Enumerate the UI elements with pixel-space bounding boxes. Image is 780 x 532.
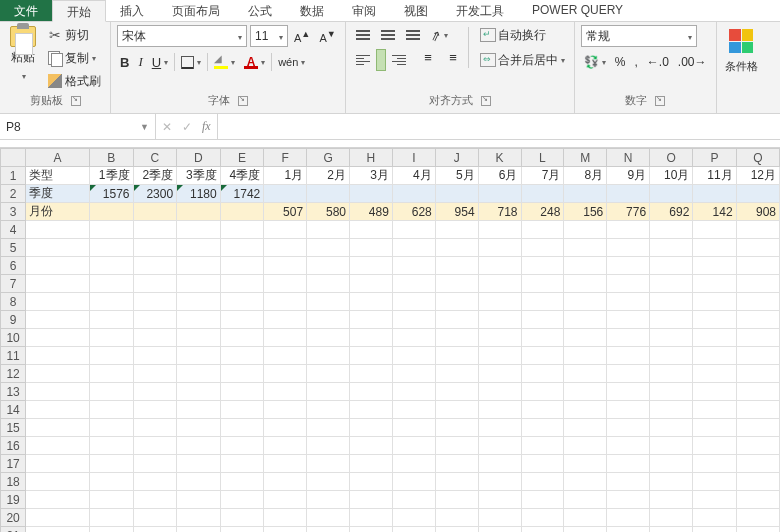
cell[interactable]: 908 <box>736 203 779 221</box>
cell[interactable] <box>736 365 779 383</box>
row-header[interactable]: 2 <box>1 185 26 203</box>
cell[interactable] <box>564 221 607 239</box>
cell[interactable] <box>693 221 736 239</box>
cell[interactable] <box>220 509 264 527</box>
cell[interactable] <box>736 275 779 293</box>
cell[interactable] <box>350 401 393 419</box>
cell[interactable] <box>133 329 177 347</box>
column-header[interactable]: J <box>435 149 478 167</box>
column-header[interactable]: K <box>478 149 521 167</box>
column-header[interactable]: F <box>264 149 307 167</box>
cell[interactable] <box>307 401 350 419</box>
cell[interactable] <box>650 509 693 527</box>
cell[interactable] <box>736 185 779 203</box>
cell[interactable] <box>133 239 177 257</box>
cell[interactable] <box>350 185 393 203</box>
cell[interactable] <box>220 293 264 311</box>
cell[interactable]: 156 <box>564 203 607 221</box>
cell[interactable] <box>177 401 221 419</box>
cell[interactable] <box>26 419 90 437</box>
cell[interactable] <box>220 239 264 257</box>
cell[interactable] <box>350 455 393 473</box>
cell[interactable] <box>435 329 478 347</box>
cell[interactable] <box>264 257 307 275</box>
tab-page-layout[interactable]: 页面布局 <box>158 0 234 21</box>
cell[interactable] <box>435 383 478 401</box>
cell[interactable] <box>521 437 564 455</box>
cell[interactable] <box>220 491 264 509</box>
cell[interactable] <box>650 419 693 437</box>
cell[interactable] <box>693 509 736 527</box>
row-header[interactable]: 14 <box>1 401 26 419</box>
cell[interactable] <box>264 311 307 329</box>
cell[interactable]: 507 <box>264 203 307 221</box>
column-header[interactable]: I <box>392 149 435 167</box>
cell[interactable] <box>177 473 221 491</box>
cell[interactable] <box>693 401 736 419</box>
row-header[interactable]: 9 <box>1 311 26 329</box>
cell[interactable]: 776 <box>607 203 650 221</box>
cell[interactable] <box>736 455 779 473</box>
cell[interactable] <box>435 509 478 527</box>
merge-center-button[interactable]: 合并后居中 <box>477 50 568 70</box>
row-header[interactable]: 10 <box>1 329 26 347</box>
increase-font-button[interactable]: A▲ <box>291 26 313 46</box>
cell[interactable] <box>478 221 521 239</box>
cell[interactable] <box>650 401 693 419</box>
cell[interactable] <box>564 455 607 473</box>
cell[interactable] <box>220 365 264 383</box>
cell[interactable] <box>392 275 435 293</box>
cell[interactable] <box>564 275 607 293</box>
insert-function-button[interactable]: fx <box>202 119 211 134</box>
font-dialog-launcher[interactable] <box>238 96 248 106</box>
cell[interactable] <box>89 275 133 293</box>
clipboard-dialog-launcher[interactable] <box>71 96 81 106</box>
cell[interactable] <box>607 221 650 239</box>
increase-indent-button[interactable] <box>438 50 460 70</box>
cell[interactable] <box>693 311 736 329</box>
cell[interactable] <box>736 527 779 533</box>
cell[interactable] <box>264 437 307 455</box>
cell[interactable] <box>307 275 350 293</box>
cell[interactable] <box>478 257 521 275</box>
cell[interactable] <box>521 185 564 203</box>
cell[interactable] <box>693 527 736 533</box>
cell[interactable] <box>521 401 564 419</box>
cell[interactable] <box>307 383 350 401</box>
cell[interactable] <box>478 329 521 347</box>
cell[interactable] <box>435 491 478 509</box>
cell[interactable] <box>392 329 435 347</box>
cell[interactable] <box>264 329 307 347</box>
cell[interactable] <box>26 275 90 293</box>
cell[interactable] <box>89 491 133 509</box>
cell[interactable] <box>564 509 607 527</box>
cell[interactable] <box>133 491 177 509</box>
cell[interactable] <box>220 347 264 365</box>
cell[interactable] <box>264 221 307 239</box>
cell[interactable] <box>26 347 90 365</box>
cell[interactable] <box>478 383 521 401</box>
row-header[interactable]: 1 <box>1 167 26 185</box>
cell[interactable] <box>478 185 521 203</box>
cell[interactable] <box>521 527 564 533</box>
tab-review[interactable]: 审阅 <box>338 0 390 21</box>
cell[interactable] <box>133 419 177 437</box>
cell[interactable] <box>564 365 607 383</box>
cell[interactable] <box>350 383 393 401</box>
cell[interactable] <box>435 275 478 293</box>
cell[interactable] <box>650 473 693 491</box>
cell[interactable] <box>177 347 221 365</box>
cell[interactable] <box>478 365 521 383</box>
cell[interactable] <box>177 275 221 293</box>
cell[interactable] <box>736 383 779 401</box>
cell[interactable]: 2月 <box>307 167 350 185</box>
cell[interactable] <box>607 365 650 383</box>
cell[interactable] <box>392 365 435 383</box>
cell[interactable] <box>435 239 478 257</box>
cell[interactable]: 692 <box>650 203 693 221</box>
cell[interactable] <box>650 257 693 275</box>
font-color-button[interactable]: A <box>241 52 268 72</box>
cell[interactable] <box>133 221 177 239</box>
cell[interactable] <box>392 221 435 239</box>
cell[interactable] <box>350 257 393 275</box>
